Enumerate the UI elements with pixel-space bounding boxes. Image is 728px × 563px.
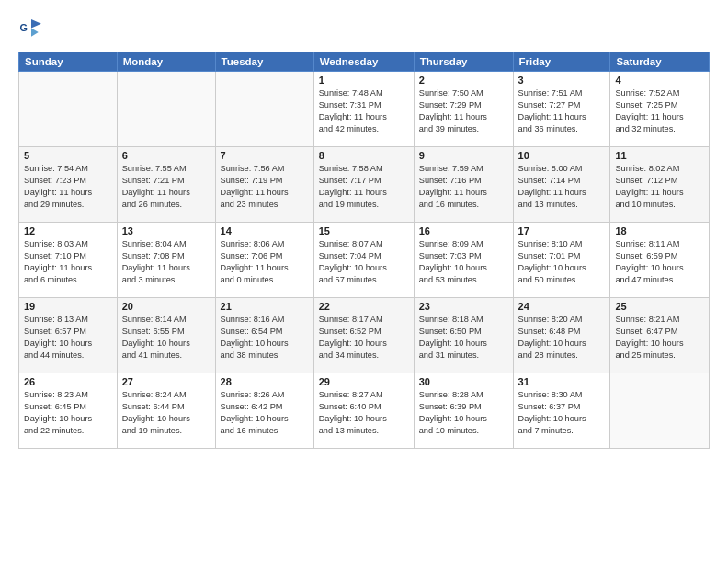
day-info: Sunrise: 8:27 AMSunset: 6:40 PMDaylight:… bbox=[319, 389, 409, 437]
day-number: 29 bbox=[319, 376, 409, 387]
weekday-header-friday: Friday bbox=[513, 52, 610, 72]
day-info: Sunrise: 8:30 AMSunset: 6:37 PMDaylight:… bbox=[518, 389, 606, 437]
logo-icon: G bbox=[18, 17, 44, 42]
day-info: Sunrise: 8:18 AMSunset: 6:50 PMDaylight:… bbox=[419, 314, 508, 362]
day-info: Sunrise: 7:58 AMSunset: 7:17 PMDaylight:… bbox=[319, 163, 409, 211]
day-info: Sunrise: 8:10 AMSunset: 7:01 PMDaylight:… bbox=[518, 238, 606, 286]
day-number: 17 bbox=[518, 225, 606, 236]
calendar-cell: 24Sunrise: 8:20 AMSunset: 6:48 PMDayligh… bbox=[513, 298, 610, 373]
week-row-4: 19Sunrise: 8:13 AMSunset: 6:57 PMDayligh… bbox=[19, 298, 710, 373]
week-row-3: 12Sunrise: 8:03 AMSunset: 7:10 PMDayligh… bbox=[19, 223, 710, 298]
weekday-header-monday: Monday bbox=[117, 52, 215, 72]
day-info: Sunrise: 8:14 AMSunset: 6:55 PMDaylight:… bbox=[122, 314, 210, 362]
logo: G bbox=[18, 17, 48, 42]
day-number: 4 bbox=[615, 75, 704, 86]
day-number: 10 bbox=[518, 150, 606, 161]
calendar-cell: 8Sunrise: 7:58 AMSunset: 7:17 PMDaylight… bbox=[313, 147, 414, 223]
day-info: Sunrise: 8:03 AMSunset: 7:10 PMDaylight:… bbox=[24, 238, 112, 286]
day-number: 6 bbox=[122, 150, 210, 161]
calendar-cell: 4Sunrise: 7:52 AMSunset: 7:25 PMDaylight… bbox=[610, 72, 710, 147]
calendar-cell: 10Sunrise: 8:00 AMSunset: 7:14 PMDayligh… bbox=[513, 147, 610, 223]
calendar-cell: 3Sunrise: 7:51 AMSunset: 7:27 PMDaylight… bbox=[513, 72, 610, 147]
day-number: 7 bbox=[221, 150, 309, 161]
day-number: 19 bbox=[24, 301, 112, 312]
day-info: Sunrise: 8:02 AMSunset: 7:12 PMDaylight:… bbox=[615, 163, 704, 211]
day-number: 16 bbox=[419, 225, 508, 236]
calendar-cell: 18Sunrise: 8:11 AMSunset: 6:59 PMDayligh… bbox=[610, 223, 710, 298]
calendar-cell: 16Sunrise: 8:09 AMSunset: 7:03 PMDayligh… bbox=[414, 223, 513, 298]
calendar-cell: 12Sunrise: 8:03 AMSunset: 7:10 PMDayligh… bbox=[19, 223, 118, 298]
calendar-cell: 22Sunrise: 8:17 AMSunset: 6:52 PMDayligh… bbox=[313, 298, 414, 373]
day-info: Sunrise: 7:54 AMSunset: 7:23 PMDaylight:… bbox=[24, 163, 112, 211]
calendar-cell: 30Sunrise: 8:28 AMSunset: 6:39 PMDayligh… bbox=[414, 373, 513, 449]
day-info: Sunrise: 7:52 AMSunset: 7:25 PMDaylight:… bbox=[615, 87, 704, 135]
calendar-cell: 26Sunrise: 8:23 AMSunset: 6:45 PMDayligh… bbox=[19, 373, 118, 449]
calendar-cell: 14Sunrise: 8:06 AMSunset: 7:06 PMDayligh… bbox=[215, 223, 313, 298]
day-number: 11 bbox=[615, 150, 704, 161]
day-number: 31 bbox=[518, 376, 606, 387]
calendar-cell: 28Sunrise: 8:26 AMSunset: 6:42 PMDayligh… bbox=[215, 373, 313, 449]
day-info: Sunrise: 8:04 AMSunset: 7:08 PMDaylight:… bbox=[122, 238, 210, 286]
weekday-header-wednesday: Wednesday bbox=[313, 52, 414, 72]
day-info: Sunrise: 8:21 AMSunset: 6:47 PMDaylight:… bbox=[615, 314, 704, 362]
week-row-1: 1Sunrise: 7:48 AMSunset: 7:31 PMDaylight… bbox=[19, 72, 710, 147]
day-info: Sunrise: 7:55 AMSunset: 7:21 PMDaylight:… bbox=[122, 163, 210, 211]
day-number: 24 bbox=[518, 301, 606, 312]
day-info: Sunrise: 7:56 AMSunset: 7:19 PMDaylight:… bbox=[221, 163, 309, 211]
day-info: Sunrise: 7:51 AMSunset: 7:27 PMDaylight:… bbox=[518, 87, 606, 135]
day-number: 20 bbox=[122, 301, 210, 312]
day-info: Sunrise: 8:07 AMSunset: 7:04 PMDaylight:… bbox=[319, 238, 409, 286]
week-row-2: 5Sunrise: 7:54 AMSunset: 7:23 PMDaylight… bbox=[19, 147, 710, 223]
calendar-cell: 23Sunrise: 8:18 AMSunset: 6:50 PMDayligh… bbox=[414, 298, 513, 373]
calendar-cell: 11Sunrise: 8:02 AMSunset: 7:12 PMDayligh… bbox=[610, 147, 710, 223]
day-info: Sunrise: 8:13 AMSunset: 6:57 PMDaylight:… bbox=[24, 314, 112, 362]
calendar-cell: 27Sunrise: 8:24 AMSunset: 6:44 PMDayligh… bbox=[117, 373, 215, 449]
calendar-cell: 17Sunrise: 8:10 AMSunset: 7:01 PMDayligh… bbox=[513, 223, 610, 298]
day-number: 30 bbox=[419, 376, 508, 387]
calendar-cell: 20Sunrise: 8:14 AMSunset: 6:55 PMDayligh… bbox=[117, 298, 215, 373]
day-number: 8 bbox=[319, 150, 409, 161]
calendar-cell bbox=[610, 373, 710, 449]
day-info: Sunrise: 8:26 AMSunset: 6:42 PMDaylight:… bbox=[221, 389, 309, 437]
calendar-cell: 29Sunrise: 8:27 AMSunset: 6:40 PMDayligh… bbox=[313, 373, 414, 449]
calendar-cell bbox=[19, 72, 118, 147]
calendar-table: SundayMondayTuesdayWednesdayThursdayFrid… bbox=[18, 52, 710, 449]
day-number: 2 bbox=[419, 75, 508, 86]
day-info: Sunrise: 8:06 AMSunset: 7:06 PMDaylight:… bbox=[221, 238, 309, 286]
weekday-header-thursday: Thursday bbox=[414, 52, 513, 72]
calendar-cell: 21Sunrise: 8:16 AMSunset: 6:54 PMDayligh… bbox=[215, 298, 313, 373]
day-info: Sunrise: 8:09 AMSunset: 7:03 PMDaylight:… bbox=[419, 238, 508, 286]
weekday-header-sunday: Sunday bbox=[19, 52, 118, 72]
day-info: Sunrise: 8:28 AMSunset: 6:39 PMDaylight:… bbox=[419, 389, 508, 437]
calendar-cell: 6Sunrise: 7:55 AMSunset: 7:21 PMDaylight… bbox=[117, 147, 215, 223]
day-info: Sunrise: 7:59 AMSunset: 7:16 PMDaylight:… bbox=[419, 163, 508, 211]
day-number: 28 bbox=[221, 376, 309, 387]
day-info: Sunrise: 8:17 AMSunset: 6:52 PMDaylight:… bbox=[319, 314, 409, 362]
day-info: Sunrise: 8:11 AMSunset: 6:59 PMDaylight:… bbox=[615, 238, 704, 286]
calendar-cell: 7Sunrise: 7:56 AMSunset: 7:19 PMDaylight… bbox=[215, 147, 313, 223]
calendar-cell: 31Sunrise: 8:30 AMSunset: 6:37 PMDayligh… bbox=[513, 373, 610, 449]
calendar-cell: 13Sunrise: 8:04 AMSunset: 7:08 PMDayligh… bbox=[117, 223, 215, 298]
calendar-cell bbox=[215, 72, 313, 147]
svg-text:G: G bbox=[20, 22, 28, 33]
week-row-5: 26Sunrise: 8:23 AMSunset: 6:45 PMDayligh… bbox=[19, 373, 710, 449]
day-number: 9 bbox=[419, 150, 508, 161]
day-number: 14 bbox=[221, 225, 309, 236]
calendar-cell: 25Sunrise: 8:21 AMSunset: 6:47 PMDayligh… bbox=[610, 298, 710, 373]
calendar-cell: 1Sunrise: 7:48 AMSunset: 7:31 PMDaylight… bbox=[313, 72, 414, 147]
day-number: 13 bbox=[122, 225, 210, 236]
day-number: 5 bbox=[24, 150, 112, 161]
day-number: 26 bbox=[24, 376, 112, 387]
day-info: Sunrise: 8:16 AMSunset: 6:54 PMDaylight:… bbox=[221, 314, 309, 362]
day-number: 15 bbox=[319, 225, 409, 236]
page: G SundayMondayTuesdayWednesdayThursdayFr… bbox=[0, 0, 728, 563]
calendar-cell: 5Sunrise: 7:54 AMSunset: 7:23 PMDaylight… bbox=[19, 147, 118, 223]
day-number: 3 bbox=[518, 75, 606, 86]
weekday-header-row: SundayMondayTuesdayWednesdayThursdayFrid… bbox=[19, 52, 710, 72]
weekday-header-saturday: Saturday bbox=[610, 52, 710, 72]
calendar-cell: 19Sunrise: 8:13 AMSunset: 6:57 PMDayligh… bbox=[19, 298, 118, 373]
day-number: 25 bbox=[615, 301, 704, 312]
day-number: 27 bbox=[122, 376, 210, 387]
weekday-header-tuesday: Tuesday bbox=[215, 52, 313, 72]
day-info: Sunrise: 8:20 AMSunset: 6:48 PMDaylight:… bbox=[518, 314, 606, 362]
